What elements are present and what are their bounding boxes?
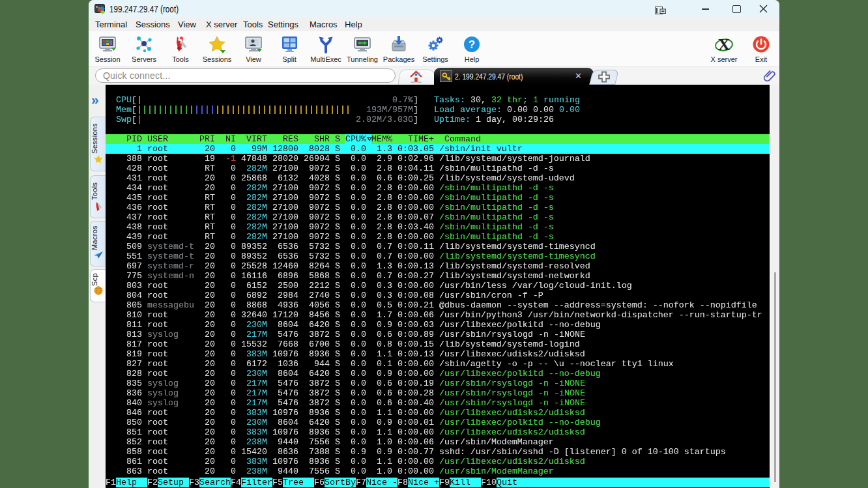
svg-text:?: ?: [469, 38, 475, 51]
svg-text:X: X: [718, 35, 731, 54]
